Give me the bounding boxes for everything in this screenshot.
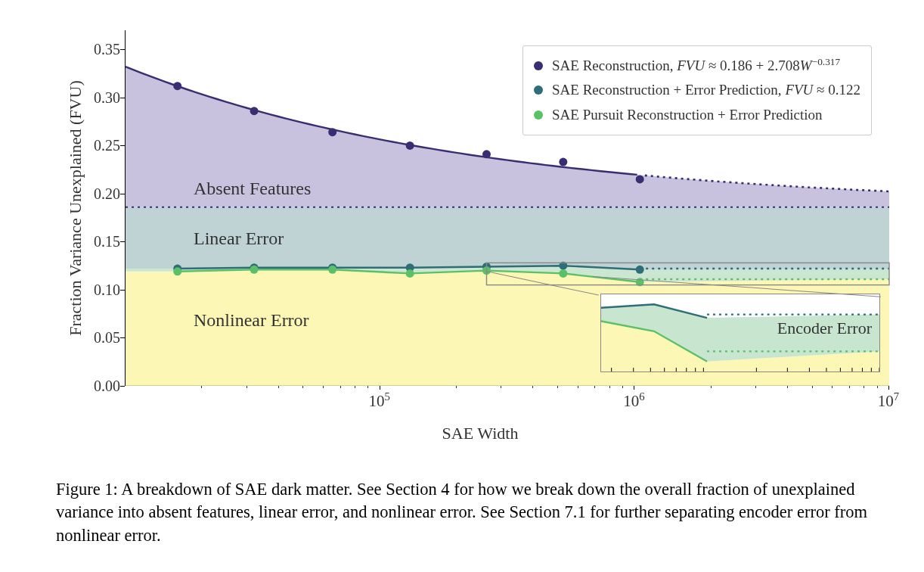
svg-point-16 bbox=[636, 266, 644, 274]
x-axis-label: SAE Width bbox=[442, 424, 519, 443]
legend-item: SAE Reconstruction + Error Prediction, F… bbox=[534, 78, 860, 102]
svg-point-8 bbox=[559, 158, 567, 166]
legend-item: SAE Reconstruction, FVU ≈ 0.186 + 2.708W… bbox=[534, 54, 860, 78]
x-tick-label: 107 bbox=[878, 392, 899, 411]
y-tick-label: 0.35 bbox=[82, 41, 120, 58]
svg-point-19 bbox=[328, 266, 336, 274]
svg-point-6 bbox=[406, 141, 414, 150]
legend-label: SAE Pursuit Reconstruction + Error Predi… bbox=[552, 103, 822, 127]
inset-label: Encoder Error bbox=[777, 319, 872, 338]
y-tick-label: 0.30 bbox=[82, 89, 120, 106]
legend-marker-icon bbox=[534, 110, 543, 120]
y-tick-label: 0.10 bbox=[82, 281, 120, 298]
svg-point-4 bbox=[250, 107, 259, 115]
x-tick-label: 106 bbox=[623, 392, 644, 411]
svg-point-3 bbox=[173, 82, 181, 90]
region-label-linear: Linear Error bbox=[194, 228, 284, 249]
x-tick-label: 105 bbox=[368, 392, 389, 411]
svg-point-9 bbox=[636, 175, 644, 183]
svg-point-17 bbox=[173, 267, 181, 275]
x-axis: 105106107 bbox=[125, 386, 888, 416]
legend-label: SAE Reconstruction + Error Prediction, F… bbox=[552, 78, 860, 102]
svg-point-20 bbox=[406, 269, 414, 278]
svg-point-22 bbox=[559, 269, 567, 278]
svg-point-7 bbox=[482, 150, 491, 158]
y-axis: 0.000.050.100.150.200.250.300.35 bbox=[102, 30, 125, 386]
legend: SAE Reconstruction, FVU ≈ 0.186 + 2.708W… bbox=[522, 45, 872, 135]
legend-marker-icon bbox=[534, 61, 543, 70]
chart-container: Fraction Variance Unexplained (FVU) SAE … bbox=[57, 15, 904, 446]
y-tick-label: 0.05 bbox=[82, 329, 120, 347]
y-tick-label: 0.00 bbox=[82, 378, 120, 395]
plot-frame: Absent Features Linear Error Nonlinear E… bbox=[125, 30, 888, 386]
region-label-nonlinear: Nonlinear Error bbox=[194, 310, 309, 331]
inset-plot: Encoder Error bbox=[600, 294, 880, 372]
y-tick-label: 0.15 bbox=[82, 233, 120, 250]
svg-point-18 bbox=[250, 266, 259, 274]
figure-caption: Figure 1: A breakdown of SAE dark matter… bbox=[56, 478, 869, 547]
svg-point-5 bbox=[328, 128, 336, 136]
legend-marker-icon bbox=[534, 85, 543, 95]
y-tick-label: 0.20 bbox=[82, 185, 120, 202]
y-tick-label: 0.25 bbox=[82, 137, 120, 154]
region-label-absent: Absent Features bbox=[194, 179, 311, 199]
legend-label: SAE Reconstruction, FVU ≈ 0.186 + 2.708W… bbox=[552, 54, 840, 78]
legend-item: SAE Pursuit Reconstruction + Error Predi… bbox=[534, 103, 860, 127]
